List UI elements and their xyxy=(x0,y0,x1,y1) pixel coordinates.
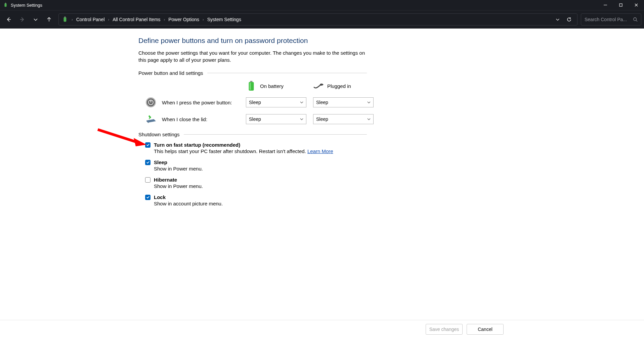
battery-icon xyxy=(246,81,257,91)
refresh-button[interactable] xyxy=(564,15,574,24)
checkbox-description: Show in Power menu. xyxy=(154,183,367,189)
svg-rect-12 xyxy=(250,81,252,82)
column-header-plugged: Plugged in xyxy=(313,81,374,91)
chevron-down-icon xyxy=(367,100,371,105)
option-sleep: Sleep Show in Power menu. xyxy=(145,159,367,172)
save-button[interactable]: Save changes xyxy=(426,324,463,335)
window-controls xyxy=(598,0,644,10)
checkbox-hibernate[interactable] xyxy=(145,177,151,183)
cancel-button[interactable]: Cancel xyxy=(467,324,504,335)
checkbox-sleep[interactable] xyxy=(145,160,151,165)
title-bar: System Settings xyxy=(0,0,644,10)
svg-rect-14 xyxy=(250,83,251,90)
checkbox-fast-startup[interactable] xyxy=(145,142,151,148)
checkbox-description: Show in Power menu. xyxy=(154,166,367,172)
chevron-down-icon xyxy=(300,116,303,122)
checkbox-label: Hibernate xyxy=(154,177,177,183)
nav-bar: › Control Panel › All Control Panel Item… xyxy=(0,10,644,29)
address-icon xyxy=(62,16,68,22)
svg-line-11 xyxy=(636,20,638,22)
page-description: Choose the power settings that you want … xyxy=(138,49,367,63)
breadcrumb-item[interactable]: Power Options xyxy=(168,17,199,22)
chevron-right-icon: › xyxy=(70,17,74,21)
chevron-right-icon: › xyxy=(201,17,205,21)
breadcrumb-item[interactable]: All Control Panel Items xyxy=(113,17,160,22)
svg-point-15 xyxy=(320,84,323,86)
search-placeholder: Search Control Pa... xyxy=(585,17,631,22)
checkbox-label: Lock xyxy=(154,194,166,200)
svg-line-20 xyxy=(98,130,136,142)
section-header-shutdown: Shutdown settings xyxy=(138,132,367,137)
chevron-down-icon xyxy=(300,100,303,105)
row-power-button: When I press the power button: xyxy=(145,97,239,108)
option-lock: Lock Show in account picture menu. xyxy=(145,194,367,206)
chevron-right-icon: › xyxy=(163,17,167,21)
laptop-lid-icon xyxy=(145,113,157,125)
checkbox-description: Show in account picture menu. xyxy=(154,201,367,206)
breadcrumb-item[interactable]: Control Panel xyxy=(76,17,105,22)
app-icon xyxy=(3,3,8,7)
window-title: System Settings xyxy=(11,3,598,8)
plug-icon xyxy=(313,81,324,91)
svg-rect-8 xyxy=(64,17,67,22)
content-area: Define power buttons and turn on passwor… xyxy=(0,29,644,338)
address-bar[interactable]: › Control Panel › All Control Panel Item… xyxy=(58,13,577,26)
back-button[interactable] xyxy=(3,13,15,26)
svg-rect-9 xyxy=(65,16,66,17)
close-button[interactable] xyxy=(629,0,644,10)
checkbox-description: This helps start your PC faster after sh… xyxy=(154,148,367,154)
svg-rect-3 xyxy=(619,4,622,6)
search-input[interactable]: Search Control Pa... xyxy=(581,13,641,26)
svg-rect-0 xyxy=(5,3,7,7)
up-button[interactable] xyxy=(43,13,55,26)
chevron-right-icon: › xyxy=(107,17,111,21)
minimize-button[interactable] xyxy=(598,0,613,10)
breadcrumb-item[interactable]: System Settings xyxy=(207,17,241,22)
section-header-power: Power button and lid settings xyxy=(138,70,367,76)
svg-point-10 xyxy=(634,18,637,21)
dropdown-lid-battery[interactable]: Sleep xyxy=(246,114,306,124)
search-icon xyxy=(633,17,638,22)
power-button-icon xyxy=(145,97,157,108)
checkbox-label: Turn on fast startup (recommended) xyxy=(154,142,240,148)
forward-button[interactable] xyxy=(16,13,28,26)
learn-more-link[interactable]: Learn More xyxy=(307,148,333,154)
maximize-button[interactable] xyxy=(613,0,629,10)
checkbox-label: Sleep xyxy=(154,159,167,165)
option-fast-startup: Turn on fast startup (recommended) This … xyxy=(145,142,367,154)
footer: Save changes Cancel xyxy=(0,320,644,338)
address-dropdown-button[interactable] xyxy=(553,15,562,24)
svg-rect-1 xyxy=(5,3,6,4)
checkbox-lock[interactable] xyxy=(145,195,151,200)
dropdown-lid-plugged[interactable]: Sleep xyxy=(313,114,374,124)
option-hibernate: Hibernate Show in Power menu. xyxy=(145,177,367,189)
column-header-battery: On battery xyxy=(246,81,306,91)
chevron-down-icon xyxy=(367,116,371,122)
history-dropdown-button[interactable] xyxy=(30,13,42,26)
dropdown-power-plugged[interactable]: Sleep xyxy=(313,97,374,107)
row-close-lid: When I close the lid: xyxy=(145,113,239,125)
page-title: Define power buttons and turn on passwor… xyxy=(138,37,367,45)
dropdown-power-battery[interactable]: Sleep xyxy=(246,97,306,107)
